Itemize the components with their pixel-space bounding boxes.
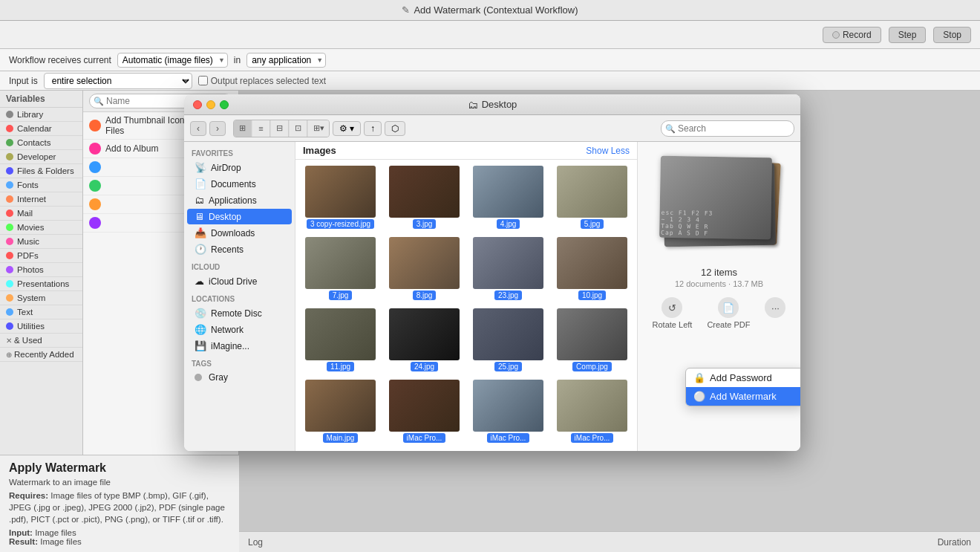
pdfs-dot bbox=[6, 252, 13, 259]
gear-icon: ⚙ bbox=[339, 123, 347, 134]
image-item-2[interactable]: 3.jpg bbox=[385, 166, 463, 231]
add-password-menu-item[interactable]: 🔒 Add Password bbox=[686, 368, 800, 387]
image-item-5[interactable]: 7.jpg bbox=[301, 237, 379, 302]
finder-window: 🗂 Desktop ‹ › ⊞ ≡ ⊟ ⊡ ⊞▾ ⚙▾ ↑ ⬡ bbox=[184, 94, 800, 451]
minimize-button[interactable] bbox=[206, 100, 215, 109]
step-button[interactable]: Step bbox=[889, 27, 927, 43]
sidebar-item-text[interactable]: Text bbox=[0, 305, 82, 319]
image-item-3[interactable]: 4.jpg bbox=[469, 166, 547, 231]
sidebar-item-mail[interactable]: Mail bbox=[0, 207, 82, 221]
add-watermark-menu-item[interactable]: ⚪ Add Watermark bbox=[686, 387, 800, 406]
list-view-button[interactable]: ≡ bbox=[252, 120, 270, 137]
sidebar-downloads[interactable]: 📥 Downloads bbox=[187, 225, 292, 241]
gallery-view-button[interactable]: ⊡ bbox=[290, 120, 307, 137]
system-dot bbox=[6, 294, 13, 302]
input-select[interactable]: entire selection bbox=[44, 73, 192, 89]
sidebar-item-internet[interactable]: Internet bbox=[0, 192, 82, 207]
image-thumb-6 bbox=[389, 237, 460, 289]
image-label-5: 7.jpg bbox=[329, 290, 353, 300]
fullscreen-button[interactable] bbox=[220, 100, 229, 109]
sidebar-icloud-drive[interactable]: ☁ iCloud Drive bbox=[187, 273, 292, 289]
favorites-section: Favorites 📡 AirDrop 📄 Documents 🗂 Applic… bbox=[184, 148, 295, 257]
sidebar-item-utilities[interactable]: Utilities bbox=[0, 319, 82, 334]
recently-added-icon: ⊕ bbox=[6, 351, 12, 359]
action-button[interactable]: ⚙▾ bbox=[333, 121, 361, 136]
workflow-bar2: Input is entire selection ▼ Output repla… bbox=[0, 71, 980, 91]
image-item-6[interactable]: 8.jpg bbox=[385, 237, 463, 302]
image-item-14[interactable]: iMac Pro... bbox=[385, 380, 463, 445]
view-buttons: ⊞ ≡ ⊟ ⊡ ⊞▾ bbox=[233, 120, 330, 137]
sidebar-gray-tag[interactable]: Gray bbox=[187, 370, 292, 385]
sidebar-desktop[interactable]: 🖥 Desktop bbox=[187, 209, 292, 224]
action6-icon bbox=[89, 217, 101, 229]
rotate-left-button[interactable]: ↺ Rotate Left bbox=[653, 297, 693, 329]
finder-titlebar: 🗂 Desktop bbox=[184, 94, 800, 115]
sidebar-item-movies[interactable]: Movies bbox=[0, 221, 82, 235]
image-thumb-15 bbox=[473, 380, 543, 432]
column-view-button[interactable]: ⊟ bbox=[271, 120, 289, 137]
folder-icon: 🗂 bbox=[468, 99, 478, 111]
sidebar-item-photos[interactable]: Photos bbox=[0, 263, 82, 277]
back-button[interactable]: ‹ bbox=[190, 121, 206, 136]
image-item-7[interactable]: 23.jpg bbox=[469, 237, 547, 302]
sidebar-item-system[interactable]: System bbox=[0, 291, 82, 305]
sidebar-recents[interactable]: 🕐 Recents bbox=[187, 241, 292, 257]
sidebar-item-developer[interactable]: Developer bbox=[0, 150, 82, 164]
sidebar-applications[interactable]: 🗂 Applications bbox=[187, 192, 292, 208]
locations-section: Locations 💿 Remote Disc 🌐 Network 💾 iMag… bbox=[184, 293, 295, 354]
image-item-13[interactable]: Main.jpg bbox=[301, 380, 379, 445]
forward-button[interactable]: › bbox=[209, 121, 226, 136]
sidebar-item-fonts[interactable]: Fonts bbox=[0, 178, 82, 192]
record-dot bbox=[832, 31, 840, 39]
sidebar-item-contacts[interactable]: Contacts bbox=[0, 136, 82, 150]
receives-select[interactable]: Automatic (image files) bbox=[117, 53, 228, 68]
sidebar-item-recently-added[interactable]: ⊕ Recently Added bbox=[0, 348, 82, 362]
sidebar-item-presentations[interactable]: Presentations bbox=[0, 277, 82, 291]
image-item-1[interactable]: 3 copy-resized.jpg bbox=[301, 166, 379, 231]
sidebar-item-calendar[interactable]: Calendar bbox=[0, 122, 82, 136]
image-item-11[interactable]: 25.jpg bbox=[469, 308, 547, 374]
sidebar-item-pdfs[interactable]: PDFs bbox=[0, 249, 82, 263]
icloud-section: iCloud ☁ iCloud Drive bbox=[184, 262, 295, 289]
image-thumb-9 bbox=[305, 308, 376, 360]
context-menu: 🔒 Add Password ⚪ Add Watermark bbox=[685, 368, 800, 406]
stop-button[interactable]: Stop bbox=[933, 27, 971, 43]
sidebar-remote-disc[interactable]: 💿 Remote Disc bbox=[187, 305, 292, 321]
locations-title: Locations bbox=[184, 293, 295, 305]
show-less-button[interactable]: Show Less bbox=[586, 146, 630, 156]
tag-button[interactable]: ⬡ bbox=[385, 121, 405, 136]
app-select[interactable]: any application bbox=[246, 53, 326, 68]
close-button[interactable] bbox=[193, 100, 202, 109]
image-item-4[interactable]: 5.jpg bbox=[553, 166, 631, 231]
sidebar-item-library[interactable]: Library bbox=[0, 108, 82, 122]
icon-view-button[interactable]: ⊞ bbox=[234, 120, 252, 137]
more-actions-icon: ··· bbox=[765, 297, 785, 318]
finder-search-input[interactable] bbox=[661, 120, 794, 137]
sidebar-item-music[interactable]: Music bbox=[0, 235, 82, 249]
input-label: Input: bbox=[9, 528, 33, 537]
view-more-button[interactable]: ⊞▾ bbox=[308, 120, 329, 137]
image-item-8[interactable]: 10.jpg bbox=[553, 237, 631, 302]
contacts-dot bbox=[6, 139, 13, 146]
image-item-12[interactable]: Comp.jpg bbox=[553, 308, 631, 374]
sidebar-imagine[interactable]: 💾 iMagine... bbox=[187, 338, 292, 354]
input-select-wrapper: entire selection ▼ bbox=[44, 73, 192, 89]
sidebar-airdrop[interactable]: 📡 AirDrop bbox=[187, 160, 292, 175]
images-section-title: Images bbox=[303, 145, 336, 156]
output-replaces-checkbox[interactable] bbox=[198, 76, 208, 85]
documents-label: Documents bbox=[211, 179, 256, 189]
record-button[interactable]: Record bbox=[823, 27, 881, 43]
finder-preview: esc F1 F2 F3 ~ 1 2 3 4 Tab Q W E R Cap A… bbox=[637, 142, 800, 451]
image-item-10[interactable]: 24.jpg bbox=[385, 308, 463, 374]
share-button[interactable]: ↑ bbox=[364, 121, 382, 136]
create-pdf-button[interactable]: 📄 Create PDF bbox=[707, 297, 750, 329]
sidebar-network[interactable]: 🌐 Network bbox=[187, 322, 292, 337]
image-item-9[interactable]: 11.jpg bbox=[301, 308, 379, 374]
image-item-15[interactable]: iMac Pro... bbox=[469, 380, 547, 445]
sidebar-item-files-folders[interactable]: Files & Folders bbox=[0, 164, 82, 178]
image-item-16[interactable]: iMac Pro... bbox=[553, 380, 631, 445]
sidebar-item-used[interactable]: ✕ & Used bbox=[0, 334, 82, 348]
sidebar-documents[interactable]: 📄 Documents bbox=[187, 176, 292, 192]
share-icon: ↑ bbox=[370, 123, 375, 134]
more-actions-button[interactable]: ··· bbox=[765, 297, 785, 329]
